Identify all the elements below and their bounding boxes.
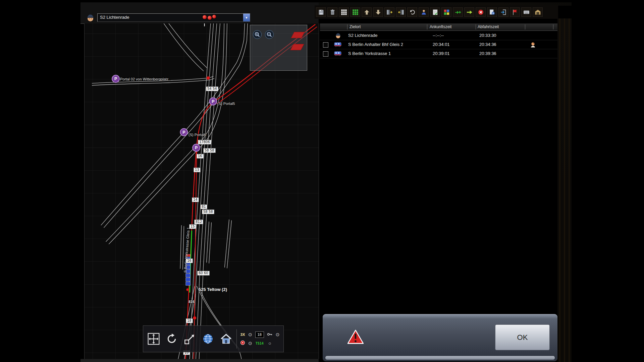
row-checkbox[interactable] (323, 51, 328, 57)
arrow-up-icon (364, 9, 370, 15)
colors-icon (443, 9, 450, 15)
track-sensor-label: TS14 (256, 342, 264, 345)
undo-button[interactable] (407, 7, 417, 17)
track-plate: 81 (200, 204, 207, 209)
checklist-button[interactable] (430, 7, 440, 17)
zoom-level-value[interactable]: 18 (255, 331, 264, 338)
rotate-button[interactable] (164, 331, 179, 347)
row-checkbox[interactable] (323, 42, 328, 48)
warning-icon (347, 329, 364, 344)
grid-button[interactable] (339, 7, 349, 17)
grid-green-icon (352, 9, 359, 15)
track-plate: 17806 (198, 140, 211, 144)
column-header-ankunftszeit[interactable]: Ankunftszeit (430, 23, 451, 31)
arrow-down-icon (375, 9, 381, 15)
go-button[interactable] (464, 7, 474, 17)
timetable-row[interactable]: S2 Lichtenrade --:--:-- 20:33:30 (320, 31, 557, 40)
flag-button[interactable] (510, 7, 520, 17)
row-destination: S2 Lichtenrade (348, 31, 377, 40)
track-plate: 58 58 (202, 209, 214, 214)
timetable-row[interactable]: S Berlin Anhalter Bhf Gleis 2 20:34:01 2… (320, 40, 557, 49)
go-arrow-icon (466, 9, 473, 15)
signal-stop-icon (240, 340, 245, 347)
pan-button[interactable] (146, 331, 161, 347)
depot-button[interactable] (533, 7, 543, 17)
svg-text:P: P (182, 130, 185, 135)
resize-icon (184, 333, 196, 345)
main-toolbar (315, 5, 558, 19)
grid-green-button[interactable] (350, 7, 360, 17)
track-plate: 14 (192, 197, 199, 202)
save-button[interactable] (316, 7, 326, 17)
track-plate: 60 60 (197, 271, 210, 276)
insert-left-button[interactable] (396, 7, 406, 17)
resize-button[interactable] (182, 331, 198, 347)
track-map-panel: P P P P Portal 02 von Wittenbergplatz (S… (84, 23, 319, 359)
map-mode-button[interactable] (200, 331, 216, 347)
flag-icon (512, 9, 518, 15)
track-plate: 16 (186, 258, 193, 263)
save-icon (318, 9, 324, 15)
home-view-button[interactable] (218, 331, 234, 347)
zoom-out-icon (266, 32, 272, 38)
properties-button[interactable] (487, 7, 497, 17)
column-divider (347, 24, 347, 29)
signal-dot (212, 15, 216, 18)
cancel-route-button[interactable] (476, 7, 486, 17)
move-down-button[interactable] (373, 7, 383, 17)
svg-text:P: P (212, 99, 214, 104)
keyboard-button[interactable] (521, 7, 531, 17)
zoom-out-button[interactable] (265, 30, 274, 39)
row-arrival: 20:39:01 (433, 49, 450, 58)
insert-left-icon (398, 9, 404, 15)
window-bottom-edge (80, 359, 319, 362)
home-icon (220, 333, 232, 345)
svg-text:P: P (195, 145, 198, 150)
column-divider (427, 24, 427, 29)
add-route-button[interactable] (453, 7, 463, 17)
driver-avatar-icon (335, 32, 341, 39)
exit-door-icon (500, 9, 507, 15)
minimap-route-marker (290, 44, 304, 50)
column-divider (476, 24, 476, 29)
track-plate: 13 (194, 168, 201, 172)
bottom-dialog-panel: OK (323, 314, 557, 361)
colors-button[interactable] (441, 7, 451, 17)
train-icon (334, 42, 341, 48)
move-up-button[interactable] (362, 7, 372, 17)
hud-toggle-icon[interactable]: ⊙ (276, 332, 280, 337)
train-icon (334, 51, 341, 57)
zoom-in-button[interactable] (253, 30, 262, 39)
column-header-abfahrtszeit[interactable]: Abfahrtszeit (478, 23, 499, 31)
track-map[interactable]: P P P P (85, 23, 319, 359)
checklist-icon (432, 9, 438, 15)
passenger-head-icon (530, 42, 536, 48)
passenger-button[interactable] (419, 7, 429, 17)
doc-gear-icon (489, 9, 495, 15)
keyboard-icon (523, 9, 530, 15)
application-window: S2 Lichtenrade ▼ (0, 0, 644, 362)
row-departure: 20:39:36 (479, 49, 496, 58)
key-icon (267, 331, 273, 338)
exit-button[interactable] (498, 7, 508, 17)
depot-icon (535, 9, 541, 15)
delete-button[interactable] (327, 7, 337, 17)
route-selector-value: S2 Lichtenrade (98, 14, 243, 21)
column-header-zielort[interactable]: Zielort (350, 23, 361, 31)
hud-toggle-icon[interactable]: ⊙ (248, 332, 252, 337)
minimap-route-marker (291, 32, 305, 38)
row-destination: S Berlin Anhalter Bhf Gleis 2 (348, 40, 403, 49)
hud-toggle-icon[interactable]: ⊙ (248, 341, 252, 346)
insert-right-button[interactable] (384, 7, 394, 17)
station-label: 525 Teltow (2) (199, 287, 227, 292)
map-toolbar: 3X ⊙ 18 ⊙ ⊙ TS14 ○ (143, 325, 284, 352)
timetable-row[interactable]: S Berlin Yorkstrasse 1 20:39:01 20:39:36 (320, 49, 557, 58)
ok-button[interactable]: OK (495, 324, 550, 350)
chevron-down-icon[interactable]: ▼ (243, 14, 250, 21)
insert-right-icon (386, 9, 393, 15)
track-plate: 812 (194, 220, 203, 224)
route-selector[interactable]: S2 Lichtenrade ▼ (97, 13, 250, 22)
track-plate: 58 58 (203, 148, 216, 153)
hud-toggle-icon[interactable]: ○ (268, 341, 271, 346)
add-route-icon (455, 9, 461, 15)
